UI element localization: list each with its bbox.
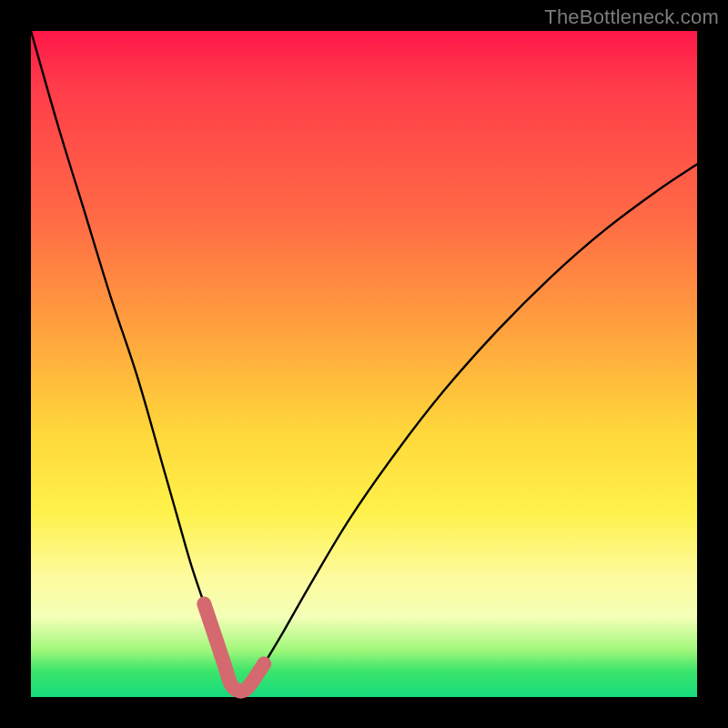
watermark-text: TheBottleneck.com — [544, 5, 719, 29]
chart-frame: TheBottleneck.com — [0, 0, 728, 728]
bottleneck-curve — [31, 31, 697, 692]
plot-area — [31, 31, 697, 697]
curve-layer — [31, 31, 697, 697]
optimal-range-highlight — [204, 604, 264, 692]
